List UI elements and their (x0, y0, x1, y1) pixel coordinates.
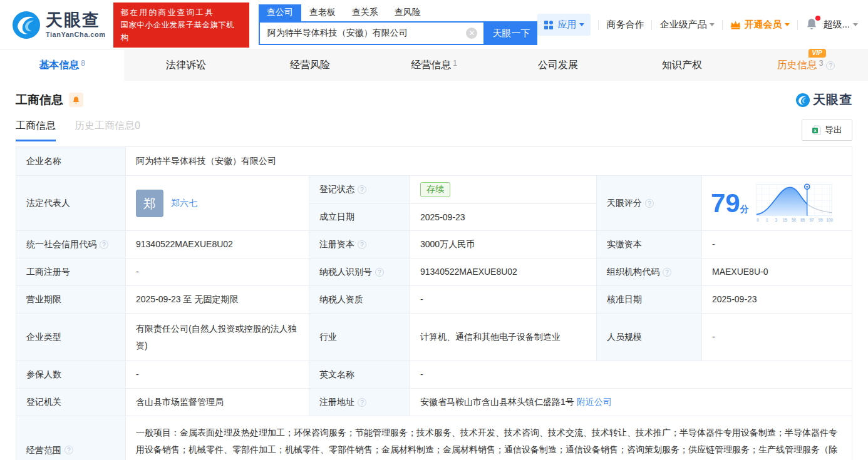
tab-operation-info[interactable]: 经营信息 1 (372, 50, 496, 81)
tianyan-score-cell[interactable]: 79分 0 1 3 15 50 (702, 176, 852, 231)
help-icon[interactable] (645, 199, 654, 208)
divider (722, 20, 723, 30)
notification-bell[interactable] (805, 18, 818, 33)
search-tabs: 查公司 查老板 查关系 查风险 (259, 4, 538, 21)
tab-legal-proceedings[interactable]: 法律诉讼 (124, 50, 248, 81)
business-cooperation-link[interactable]: 商务合作 (606, 19, 644, 31)
chevron-down-icon (579, 23, 584, 26)
apps-grid-icon (544, 20, 554, 30)
tab-count: 3 (819, 59, 824, 68)
subtab-history-business-info[interactable]: 历史工商信息0 (75, 120, 140, 140)
help-icon[interactable] (375, 268, 384, 277)
business-info-table: 企业名称 阿为特半导体科技（安徽）有限公司 法定代表人 郑 郑六七 登记状态 存… (16, 146, 852, 460)
divider (797, 20, 798, 30)
super-vip-menu[interactable]: 超级... (823, 19, 858, 31)
svg-text:1: 1 (766, 217, 768, 222)
help-icon[interactable] (65, 446, 73, 454)
divider (598, 20, 599, 30)
field-label: 企业名称 (16, 147, 126, 176)
field-label: 企业类型 (16, 314, 126, 361)
subtab-business-info[interactable]: 工商信息 (16, 120, 56, 141)
tab-operation-risk[interactable]: 经营风险 (248, 50, 372, 81)
search-tab-company[interactable]: 查公司 (259, 4, 301, 21)
field-label: 登记机关 (16, 389, 126, 416)
field-label: 参保人数 (16, 361, 126, 389)
tianyancha-logo[interactable]: 天眼查 TianYanCha.com (11, 10, 105, 40)
logo-brand: 天眼查 (46, 12, 105, 29)
search-tab-risk[interactable]: 查风险 (386, 4, 429, 21)
monitor-bell-button[interactable] (69, 93, 83, 107)
business-scope-value: 一般项目：金属表面处理及热处理加工；环保咨询服务；节能管理服务；技术服务、技术开… (126, 416, 852, 460)
tab-company-development[interactable]: 公司发展 (496, 50, 620, 81)
watermark-text: 天眼查 (813, 91, 852, 108)
score-value: 79 (711, 188, 740, 218)
business-term-value: 2025-09-23 至 无固定期限 (126, 286, 309, 314)
reg-number-value: - (126, 258, 309, 286)
svg-text:15: 15 (782, 217, 787, 222)
section-title: 工商信息 (16, 92, 63, 108)
english-name-value: - (410, 361, 852, 389)
field-label: 注册地址 (309, 389, 410, 416)
field-label: 工商注册号 (16, 258, 126, 286)
clear-search-icon[interactable]: ✕ (466, 28, 477, 39)
top-nav: 应用 商务合作 企业级产品 开通会员 超级... (537, 14, 858, 36)
help-icon[interactable] (358, 240, 366, 249)
score-distribution-chart: 0 1 3 15 50 85 97 99 100 (754, 181, 834, 225)
tab-intellectual-property[interactable]: 知识产权 (620, 50, 744, 81)
tab-label: 基本信息 (39, 59, 79, 72)
paid-capital-value: - (702, 231, 852, 258)
export-button[interactable]: x 导出 (802, 120, 852, 141)
field-label: 营业期限 (16, 286, 126, 314)
promo-banner: 都在用的商业查询工具 国家中小企业发展子基金旗下机构 (113, 3, 249, 48)
field-label: 经营范围 (16, 416, 126, 460)
tab-label: 法律诉讼 (166, 59, 206, 72)
search-input-wrap: ✕ (259, 21, 485, 45)
svg-text:85: 85 (800, 217, 805, 222)
insured-count-value: - (126, 361, 309, 389)
tab-history-info[interactable]: 历史信息 VIP 3 (744, 50, 868, 81)
field-label: 实缴资本 (597, 231, 702, 258)
approval-date-value: 2025-09-23 (702, 286, 852, 314)
open-membership-menu[interactable]: 开通会员 (730, 19, 790, 31)
field-label: 登记状态 (309, 176, 410, 204)
divider (651, 20, 652, 30)
legal-rep-link[interactable]: 郑六七 (171, 197, 197, 210)
field-label: 统一社会信用代码 (16, 231, 126, 258)
vip-badge: VIP (809, 49, 826, 58)
help-icon[interactable] (358, 185, 366, 194)
help-icon[interactable] (826, 61, 835, 70)
search-button[interactable]: 天眼一下 (485, 21, 537, 45)
enterprise-products-label: 企业级产品 (659, 19, 706, 31)
enterprise-products-menu[interactable]: 企业级产品 (659, 19, 715, 31)
search-tab-relation[interactable]: 查关系 (344, 4, 386, 21)
help-icon[interactable] (358, 398, 366, 407)
org-code-value: MAEXUE8U-0 (702, 258, 852, 286)
score-unit: 分 (740, 204, 749, 214)
nearby-companies-link[interactable]: 附近公司 (577, 396, 612, 409)
field-label: 纳税人资质 (309, 286, 410, 314)
tab-label: 经营风险 (290, 59, 330, 72)
tab-count: 1 (453, 59, 457, 68)
svg-text:0: 0 (757, 217, 759, 222)
apps-menu[interactable]: 应用 (537, 14, 591, 36)
open-membership-label: 开通会员 (744, 19, 782, 31)
search-input[interactable] (260, 28, 467, 38)
field-label: 核准日期 (597, 286, 702, 314)
reg-authority-value: 含山县市场监督管理局 (126, 389, 309, 416)
excel-icon: x (812, 125, 821, 135)
tab-label: 知识产权 (662, 59, 702, 72)
score-axis-labels: 0 1 3 15 50 85 97 99 100 (757, 217, 833, 222)
help-icon[interactable] (100, 240, 108, 249)
company-type-value: 有限责任公司(自然人投资或控股的法人独资) (126, 314, 309, 361)
svg-text:99: 99 (819, 217, 824, 222)
tab-basic-info[interactable]: 基本信息 8 (0, 50, 124, 81)
avatar[interactable]: 郑 (136, 190, 163, 217)
promo-line2: 国家中小企业发展子基金旗下机构 (120, 19, 242, 44)
help-icon[interactable] (663, 268, 671, 277)
establish-date-value: 2025-09-23 (410, 204, 596, 230)
search-tab-boss[interactable]: 查老板 (301, 4, 344, 21)
field-label: 组织机构代码 (597, 258, 702, 286)
tab-label: 历史信息 (777, 59, 817, 72)
credit-code-value: 91340522MAEXUE8U02 (126, 231, 309, 258)
tab-label: 公司发展 (538, 59, 578, 72)
